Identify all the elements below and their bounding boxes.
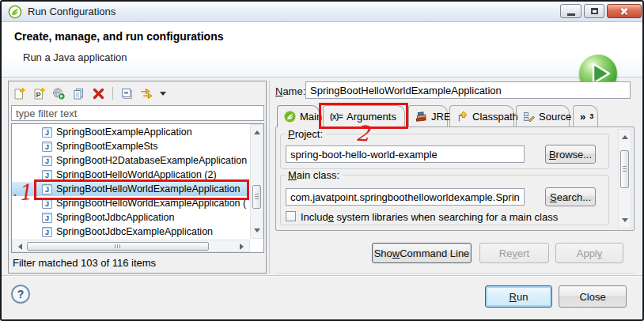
- project-input[interactable]: [286, 145, 525, 163]
- collapse-all-icon[interactable]: [120, 87, 134, 100]
- new-launch-prototype-icon[interactable]: P: [32, 87, 46, 100]
- panel-divider[interactable]: [269, 81, 270, 274]
- scroll-right-icon[interactable]: [240, 244, 247, 250]
- content-vertical-scrollbar[interactable]: [618, 129, 631, 228]
- name-input[interactable]: [305, 81, 631, 99]
- tree-item[interactable]: JSpringBootHelloWorldApplication (2): [12, 168, 249, 182]
- tree-item-label: SpringBootHelloWorldExampleApplication (: [56, 198, 246, 209]
- spring-logo-icon: [8, 5, 22, 19]
- tree-item[interactable]: JSpringBootJdbcApplication: [12, 210, 249, 225]
- tree-item[interactable]: JSpringBootHelloWorldExampleApplication: [12, 182, 249, 196]
- tab-label: Arguments: [347, 111, 396, 123]
- tree-item-label: SpringBootJdbcApplication: [56, 212, 174, 223]
- name-label: Name:: [275, 85, 305, 97]
- tree-item[interactable]: JSpringBootExampleSts: [12, 139, 249, 153]
- svg-text:P: P: [36, 91, 41, 99]
- scroll-up-icon[interactable]: [622, 132, 628, 139]
- toolbar-separator: [112, 87, 113, 100]
- close-window-button[interactable]: [607, 4, 642, 18]
- filter-launch-configurations-icon[interactable]: [140, 87, 153, 100]
- tree-item[interactable]: JSpringBootExampleApplication: [12, 125, 249, 139]
- tab-source[interactable]: Source: [516, 105, 570, 127]
- scroll-down-icon[interactable]: [622, 218, 628, 225]
- minimize-icon: [567, 13, 575, 16]
- tab-arguments[interactable]: (x)= Arguments: [323, 105, 405, 127]
- arguments-icon: (x)=: [330, 112, 343, 121]
- show-command-line-button[interactable]: Show Command Line: [372, 243, 472, 263]
- dropdown-caret-icon[interactable]: [160, 92, 166, 99]
- filter-status: Filter matched 103 of 116 items: [13, 257, 156, 269]
- java-application-icon: J: [42, 142, 52, 152]
- delete-launch-configuration-icon[interactable]: [92, 87, 105, 100]
- tab-label: Classpath: [472, 111, 518, 123]
- java-application-icon: J: [42, 127, 52, 138]
- java-application-icon: J: [42, 184, 52, 194]
- source-icon: [523, 111, 535, 123]
- jre-icon: [415, 111, 427, 123]
- tree-item-label: SpringBootExampleApplication: [56, 127, 192, 138]
- include-system-libraries-label: Include system libraries when searching …: [301, 211, 558, 223]
- tree-item-label: SpringBootHelloWorldExampleApplication: [56, 183, 241, 194]
- search-button[interactable]: Search...: [545, 187, 596, 206]
- help-icon: ?: [17, 288, 25, 300]
- tree-vertical-scrollbar[interactable]: [250, 124, 263, 239]
- minimize-button[interactable]: [560, 4, 581, 18]
- new-launch-configuration-icon[interactable]: [13, 87, 26, 100]
- title-bar[interactable]: Run Configurations: [2, 2, 642, 22]
- close-icon: [619, 6, 629, 16]
- java-application-icon: J: [42, 213, 52, 223]
- dialog-header: Create, manage, and run configurations R…: [2, 22, 642, 77]
- export-launch-configuration-icon[interactable]: [52, 87, 66, 100]
- header-subtitle: Run a Java application: [23, 51, 127, 63]
- filter-input[interactable]: [11, 105, 264, 121]
- tree-item-label: SpringBootExampleSts: [56, 141, 158, 152]
- overflow-chevron: »: [580, 111, 585, 123]
- close-button[interactable]: Close: [559, 285, 627, 308]
- header-title: Create, manage, and run configurations: [14, 30, 224, 43]
- tab-jre[interactable]: JRE: [408, 105, 448, 127]
- scroll-left-icon[interactable]: [15, 244, 22, 250]
- right-panel-bottom-border: [275, 273, 635, 274]
- main-class-label: Main class:: [285, 169, 343, 181]
- tree-hscroll-thumb[interactable]: [27, 242, 209, 251]
- scroll-up-icon[interactable]: [254, 127, 260, 134]
- main-class-input[interactable]: [286, 188, 525, 206]
- tree-item[interactable]: JSpringBootHelloWorldExampleApplication …: [12, 196, 249, 210]
- java-application-icon: J: [42, 227, 52, 237]
- java-application-icon: J: [42, 156, 52, 166]
- tab-overflow[interactable]: »3: [573, 105, 598, 127]
- tab-label: JRE: [431, 111, 451, 123]
- maximize-button[interactable]: [584, 4, 604, 18]
- spring-boot-icon: [284, 111, 296, 123]
- scroll-down-icon[interactable]: [254, 228, 260, 236]
- include-system-libraries-checkbox[interactable]: [286, 211, 296, 221]
- footer-separator: [2, 275, 642, 276]
- browse-button[interactable]: Browse...: [545, 145, 596, 164]
- revert-button[interactable]: Revert: [479, 243, 549, 263]
- tree-item[interactable]: JSpringBootH2DatabaseExampleApplication: [12, 153, 249, 168]
- run-button[interactable]: Run: [485, 285, 552, 308]
- tree-item[interactable]: JSpringBootJdbcExampleApplication: [12, 225, 249, 239]
- help-button[interactable]: ?: [11, 285, 30, 304]
- tree-horizontal-scrollbar[interactable]: [12, 240, 250, 252]
- main-class-group: Main class: Search... Include system lib…: [280, 175, 609, 225]
- content-vscroll-thumb[interactable]: [620, 150, 629, 188]
- maximize-icon: [591, 8, 598, 14]
- classpath-icon: [456, 111, 468, 123]
- tree-item-label: SpringBootHelloWorldApplication (2): [56, 169, 217, 180]
- duplicate-launch-configuration-icon[interactable]: [72, 87, 85, 100]
- java-application-icon: J: [42, 170, 52, 180]
- tree-item-label: SpringBootH2DatabaseExampleApplication: [56, 155, 247, 166]
- tree-item-label: SpringBootJdbcExampleApplication: [56, 226, 213, 237]
- apply-button[interactable]: Apply: [555, 243, 623, 263]
- tab-classpath[interactable]: Classpath: [449, 105, 514, 127]
- tab-label: Main: [300, 111, 322, 123]
- window-title: Run Configurations: [28, 6, 116, 17]
- launch-toolbar: P: [13, 84, 166, 103]
- project-label: Project:: [285, 128, 326, 140]
- tree-vscroll-thumb[interactable]: [252, 185, 261, 209]
- java-application-icon: J: [42, 198, 52, 209]
- config-tree: JSpringBootExampleApplicationJSpringBoot…: [12, 125, 249, 239]
- overflow-count: 3: [589, 112, 593, 120]
- tab-main[interactable]: Main: [277, 105, 320, 127]
